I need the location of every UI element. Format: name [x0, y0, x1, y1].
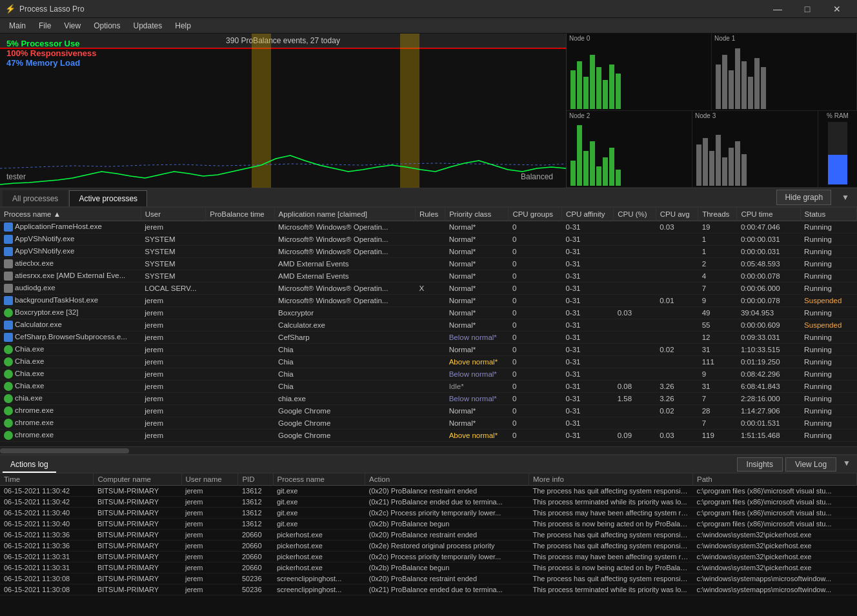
list-item[interactable]: 06-15-2021 11:30:08BITSUM-PRIMARYjerem50…: [0, 584, 857, 595]
btab-actions-log[interactable]: Actions log: [3, 457, 56, 473]
process-icon: [4, 235, 13, 244]
menu-help[interactable]: Help: [168, 20, 197, 32]
table-row[interactable]: audiodg.exeLOCAL SERV...Microsoft® Windo…: [0, 283, 857, 295]
list-item[interactable]: 06-15-2021 11:30:40BITSUM-PRIMARYjerem13…: [0, 519, 857, 530]
minimize-button[interactable]: —: [763, 0, 792, 18]
node-bar: [570, 70, 576, 108]
process-table-header: Process name ▲ User ProBalance time Appl…: [0, 208, 857, 221]
menu-file[interactable]: File: [32, 20, 57, 32]
node-bar: [729, 148, 734, 186]
ram-label: % RAM: [827, 111, 849, 119]
list-item[interactable]: 06-15-2021 11:30:42BITSUM-PRIMARYjerem13…: [0, 486, 857, 497]
table-row[interactable]: CefSharp.BrowserSubprocess.e...jeremCefS…: [0, 332, 857, 344]
table-row[interactable]: Chia.exejeremChiaAbove normal*00-311110:…: [0, 356, 857, 368]
process-icon: [4, 345, 13, 354]
tab-all-processes[interactable]: All processes: [3, 190, 68, 206]
app-title: Process Lasso Pro: [19, 5, 763, 14]
log-table-container: Time Computer name User name PID Process…: [0, 473, 857, 616]
col-header-status[interactable]: Status: [800, 208, 856, 221]
table-row[interactable]: Calculator.exejeremCalculator.exeNormal*…: [0, 319, 857, 332]
process-icon: [4, 321, 13, 330]
node-bar: [716, 135, 721, 186]
col-header-appname[interactable]: Application name [claimed]: [274, 208, 415, 221]
tabs-bar: All processes Active processes Hide grap…: [0, 188, 857, 208]
list-item[interactable]: 06-15-2021 11:30:31BITSUM-PRIMARYjerem20…: [0, 551, 857, 562]
node-bar: [603, 80, 608, 108]
col-header-priority[interactable]: Priority class: [445, 208, 509, 221]
table-row[interactable]: AppVShNotify.exeSYSTEMMicrosoft® Windows…: [0, 246, 857, 258]
list-item[interactable]: 06-15-2021 11:30:36BITSUM-PRIMARYjerem20…: [0, 541, 857, 551]
col-header-rules[interactable]: Rules: [415, 208, 445, 221]
hscroll-thumb[interactable]: [0, 448, 129, 453]
menu-options[interactable]: Options: [87, 20, 126, 32]
log-col-action[interactable]: Action: [365, 473, 529, 486]
node-bar: [741, 61, 747, 109]
log-col-process[interactable]: Process name: [273, 473, 365, 486]
log-col-path[interactable]: Path: [692, 473, 856, 486]
filter-icon[interactable]: ▼: [836, 190, 854, 204]
titlebar: ⚡ Process Lasso Pro — □ ✕: [0, 0, 857, 18]
table-row[interactable]: chia.exejeremchia.exeBelow normal*00-311…: [0, 393, 857, 405]
bottom-filter-icon[interactable]: ▼: [839, 457, 854, 472]
process-icon: [4, 431, 13, 440]
close-button[interactable]: ✕: [822, 0, 852, 18]
node-bar: [703, 138, 708, 186]
menubar: Main File View Options Updates Help: [0, 18, 857, 34]
col-header-cpuavg[interactable]: CPU avg: [656, 208, 698, 221]
menu-main[interactable]: Main: [3, 20, 32, 32]
insights-button[interactable]: Insights: [737, 457, 783, 472]
col-header-cpupct[interactable]: CPU (%): [614, 208, 656, 221]
log-col-moreinfo[interactable]: More info: [529, 473, 693, 486]
log-col-computer[interactable]: Computer name: [94, 473, 181, 486]
table-row[interactable]: Boxcryptor.exe [32]jeremBoxcryptorNormal…: [0, 307, 857, 319]
process-icon: [4, 357, 13, 366]
hide-graph-button[interactable]: Hide graph: [776, 190, 831, 205]
list-item[interactable]: 06-15-2021 11:30:36BITSUM-PRIMARYjerem20…: [0, 530, 857, 541]
col-header-affinity[interactable]: CPU affinity: [561, 208, 613, 221]
menu-view[interactable]: View: [57, 20, 87, 32]
list-item[interactable]: 06-15-2021 11:30:31BITSUM-PRIMARYjerem20…: [0, 562, 857, 573]
process-table-body: ApplicationFrameHost.exejeremMicrosoft® …: [0, 221, 857, 442]
node-panels: Node 0 Node 1: [567, 34, 857, 188]
log-col-user[interactable]: User name: [181, 473, 238, 486]
col-header-user[interactable]: User: [141, 208, 206, 221]
col-header-cpugroup[interactable]: CPU groups: [509, 208, 562, 221]
table-row[interactable]: Chia.exejeremChiaIdle*00-310.083.26316:0…: [0, 381, 857, 393]
ram-bar-container: [828, 122, 847, 185]
view-log-button[interactable]: View Log: [785, 457, 836, 472]
table-row[interactable]: Chia.exejeremChiaBelow normal*00-3190:08…: [0, 368, 857, 381]
table-row[interactable]: atieclxx.exeSYSTEMAMD External EventsNor…: [0, 258, 857, 270]
graph-profile-label: tester: [6, 172, 26, 181]
process-icon: [4, 333, 13, 342]
table-row[interactable]: Chia.exejeremChiaNormal*00-310.02311:10:…: [0, 344, 857, 356]
list-item[interactable]: 06-15-2021 11:30:08BITSUM-PRIMARYjerem50…: [0, 573, 857, 584]
node-bar: [577, 125, 582, 186]
table-row[interactable]: chrome.exejeremGoogle ChromeAbove normal…: [0, 430, 857, 442]
node-3-label: Node 3: [695, 112, 716, 119]
graph-powerplan-label: Balanced: [521, 172, 553, 181]
tab-active-processes[interactable]: Active processes: [69, 190, 147, 206]
log-col-time[interactable]: Time: [0, 473, 94, 486]
table-row[interactable]: chrome.exejeremGoogle ChromeNormal*00-31…: [0, 417, 857, 430]
log-col-pid[interactable]: PID: [238, 473, 273, 486]
list-item[interactable]: 06-15-2021 11:30:40BITSUM-PRIMARYjerem13…: [0, 508, 857, 519]
horizontal-scrollbar[interactable]: [0, 446, 857, 454]
maximize-button[interactable]: □: [792, 0, 822, 18]
table-row[interactable]: ApplicationFrameHost.exejeremMicrosoft® …: [0, 221, 857, 233]
node-bar: [596, 166, 601, 186]
table-row[interactable]: atiesrxx.exe [AMD External Eve...SYSTEMA…: [0, 270, 857, 283]
table-row[interactable]: backgroundTaskHost.exejeremMicrosoft® Wi…: [0, 295, 857, 307]
table-row[interactable]: chrome.exejeremGoogle ChromeNormal*00-31…: [0, 405, 857, 417]
col-header-process[interactable]: Process name ▲: [0, 208, 141, 221]
node-bar: [696, 144, 701, 186]
process-icon: [4, 370, 13, 379]
table-row[interactable]: AppVShNotify.exeSYSTEMMicrosoft® Windows…: [0, 233, 857, 246]
process-icon: [4, 419, 13, 428]
col-header-threads[interactable]: Threads: [698, 208, 737, 221]
node-0-label: Node 0: [569, 35, 590, 42]
col-header-cputime[interactable]: CPU time: [737, 208, 800, 221]
list-item[interactable]: 06-15-2021 11:30:42BITSUM-PRIMARYjerem13…: [0, 497, 857, 508]
col-header-probalance[interactable]: ProBalance time: [206, 208, 274, 221]
node-3-panel: Node 3: [692, 111, 818, 188]
menu-updates[interactable]: Updates: [127, 20, 169, 32]
